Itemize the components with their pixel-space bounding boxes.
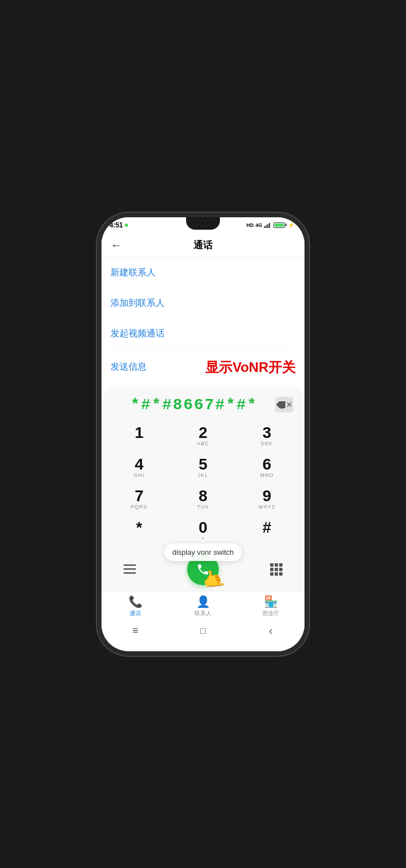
dialer-input-row: *#*#8667#*#* ✕ [102,387,304,418]
sys-back-icon: ‹ [269,624,273,637]
back-button[interactable]: ← [111,239,122,252]
nav-contacts[interactable]: 👤 联系人 [169,595,237,617]
key-5[interactable]: 5 JKL [171,452,235,484]
menu-item-send-message[interactable]: 发送信息 显示VoNR开关 [111,349,295,386]
bottom-nav: 📞 通话 👤 联系人 🏪 营业厅 [102,591,304,620]
nav-store[interactable]: 🏪 营业厅 [237,595,304,617]
grid-icon [270,563,283,576]
dialer-section: *#*#8667#*#* ✕ 1 2 ABC 3 DEF [102,387,304,591]
grid-button[interactable] [265,558,288,581]
svg-rect-6 [123,572,136,574]
backspace-button[interactable]: ✕ [275,397,293,413]
phone-frame: 4:51 HD 4G ⚡ ← 通话 [102,217,304,651]
svg-rect-0 [264,226,265,228]
sys-nav-menu[interactable]: ≡ [124,624,147,638]
store-label: 营业厅 [262,610,279,617]
key-hash[interactable]: # [235,515,299,547]
hd-label: HD [246,222,254,228]
svg-rect-15 [279,572,283,576]
menu-item-video-call[interactable]: 发起视频通话 [111,319,295,349]
contacts-label: 联系人 [195,610,211,617]
contacts-icon: 👤 [196,595,210,608]
key-star[interactable]: * , [107,515,171,547]
svg-rect-14 [275,572,278,576]
vonr-annotation: 显示VoNR开关 [205,358,295,376]
key-6[interactable]: 6 MNO [235,452,299,484]
page-title: 通话 [193,239,213,252]
vonr-tooltip: display vonr switch [164,543,241,561]
menu-list: 新建联系人 添加到联系人 发起视频通话 发送信息 显示VoNR开关 [102,258,304,386]
svg-rect-5 [123,568,136,570]
key-8[interactable]: 8 TUV [171,484,235,515]
menu-lines-button[interactable] [118,558,141,581]
top-bar: ← 通话 [102,233,304,258]
svg-rect-12 [279,568,283,571]
notch [186,217,220,230]
network-type: 4G [255,222,262,228]
key-2[interactable]: 2 ABC [171,420,235,452]
svg-rect-13 [270,572,273,576]
status-time: 4:51 [109,221,123,229]
dialer-display[interactable]: *#*#8667#*#* [113,396,275,414]
store-icon: 🏪 [264,595,278,608]
calls-icon: 📞 [129,595,143,608]
key-0[interactable]: 0 + [171,515,235,547]
backspace-icon [276,401,286,409]
keypad: 1 2 ABC 3 DEF 4 GHI 5 JKL 6 MNO [102,418,304,549]
sys-nav-home[interactable]: □ [192,624,214,638]
menu-item-new-contact[interactable]: 新建联系人 [111,258,295,288]
key-9[interactable]: 9 WXYZ [235,484,299,515]
sys-nav-back[interactable]: ‹ [259,624,282,638]
charging-icon: ⚡ [288,222,294,228]
svg-rect-9 [279,563,283,567]
key-4[interactable]: 4 GHI [107,452,171,484]
call-button-container: display vonr switch 🤙 [187,554,219,585]
calls-label: 通话 [130,610,141,617]
svg-rect-3 [269,223,270,228]
sys-home-icon: □ [200,626,206,636]
status-dot [125,223,128,227]
svg-rect-11 [275,568,278,571]
key-3[interactable]: 3 DEF [235,420,299,452]
svg-rect-1 [266,225,267,228]
system-nav: ≡ □ ‹ [102,620,304,643]
svg-rect-4 [123,564,136,566]
nav-calls[interactable]: 📞 通话 [102,595,169,617]
menu-item-add-contact[interactable]: 添加到联系人 [111,288,295,319]
battery-icon [273,222,286,228]
camera [200,221,206,226]
sys-menu-icon: ≡ [133,625,139,637]
signal-icon [264,222,272,228]
status-right: HD 4G ⚡ [246,222,294,228]
key-7[interactable]: 7 PQRS [107,484,171,515]
svg-rect-7 [270,563,273,567]
svg-rect-2 [267,224,268,228]
svg-rect-8 [275,563,278,567]
svg-rect-10 [270,568,273,571]
key-1[interactable]: 1 [107,420,171,452]
dialer-bottom-row: display vonr switch 🤙 [102,549,304,591]
